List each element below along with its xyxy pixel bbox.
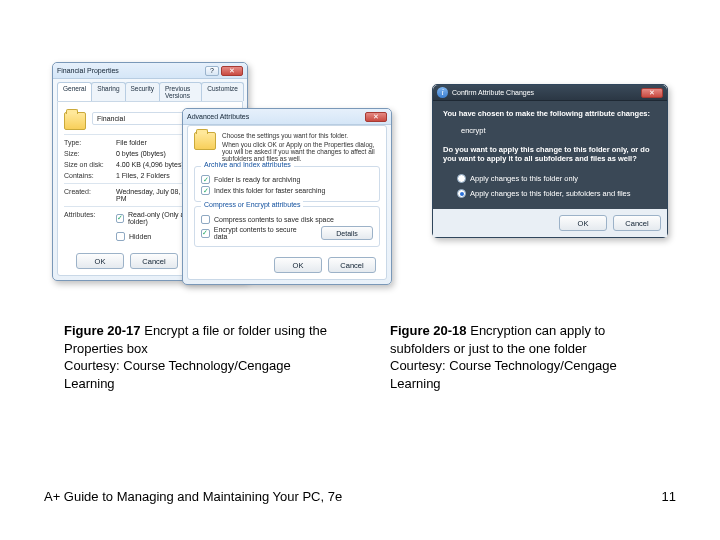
tab-security[interactable]: Security bbox=[125, 82, 160, 101]
attr-label: Attributes: bbox=[64, 211, 110, 218]
caption-18-courtesy: Courtesy: Course Technology/Cengage Lear… bbox=[390, 358, 617, 391]
properties-title: Financial Properties bbox=[57, 67, 119, 74]
compress-label: Compress contents to save disk space bbox=[214, 216, 334, 223]
properties-tabs: General Sharing Security Previous Versio… bbox=[53, 79, 247, 101]
advanced-titlebar[interactable]: Advanced Attributes ✕ bbox=[183, 109, 391, 125]
close-icon[interactable]: ✕ bbox=[641, 88, 663, 98]
confirm-line2: encrypt bbox=[461, 126, 657, 135]
compress-checkbox[interactable] bbox=[201, 215, 210, 224]
advanced-intro2: When you click OK or Apply on the Proper… bbox=[222, 141, 380, 162]
tab-customize[interactable]: Customize bbox=[201, 82, 244, 101]
confirm-line1: You have chosen to make the following at… bbox=[443, 109, 657, 118]
advanced-attributes-dialog: Advanced Attributes ✕ Choose the setting… bbox=[182, 108, 392, 285]
hidden-label: Hidden bbox=[129, 233, 151, 240]
index-label: Index this folder for faster searching bbox=[214, 187, 325, 194]
option-this-folder-label: Apply changes to this folder only bbox=[470, 174, 578, 183]
created-label: Created: bbox=[64, 188, 110, 195]
folder-icon bbox=[194, 132, 216, 150]
confirm-body: You have chosen to make the following at… bbox=[433, 101, 667, 209]
confirm-dialog: i Confirm Attribute Changes ✕ You have c… bbox=[432, 84, 668, 238]
confirm-titlebar[interactable]: i Confirm Attribute Changes ✕ bbox=[433, 85, 667, 101]
archive-checkbox[interactable] bbox=[201, 175, 210, 184]
cancel-button[interactable]: Cancel bbox=[328, 257, 376, 273]
encrypt-label: Encrypt contents to secure data bbox=[214, 226, 309, 240]
index-checkbox[interactable] bbox=[201, 186, 210, 195]
encrypt-group: Compress or Encrypt attributes Compress … bbox=[194, 206, 380, 247]
readonly-checkbox[interactable] bbox=[116, 214, 124, 223]
cancel-button[interactable]: Cancel bbox=[613, 215, 661, 231]
advanced-title: Advanced Attributes bbox=[187, 113, 249, 120]
archive-label: Folder is ready for archiving bbox=[214, 176, 300, 183]
confirm-title: Confirm Attribute Changes bbox=[452, 89, 534, 96]
caption-20-17: Figure 20-17 Encrypt a file or folder us… bbox=[64, 322, 330, 392]
ok-button[interactable]: OK bbox=[76, 253, 124, 269]
tab-sharing[interactable]: Sharing bbox=[91, 82, 125, 101]
help-icon[interactable]: ? bbox=[205, 66, 219, 76]
archive-group: Archive and Index attributes Folder is r… bbox=[194, 166, 380, 202]
encrypt-group-title: Compress or Encrypt attributes bbox=[201, 201, 303, 208]
page-number: 11 bbox=[662, 489, 676, 504]
size-label: Size: bbox=[64, 150, 110, 157]
footer-title: A+ Guide to Managing and Maintaining You… bbox=[44, 489, 342, 504]
confirm-line3: Do you want to apply this change to this… bbox=[443, 145, 657, 163]
info-icon: i bbox=[437, 87, 448, 98]
folder-icon bbox=[64, 112, 86, 130]
ok-button[interactable]: OK bbox=[559, 215, 607, 231]
close-icon[interactable]: ✕ bbox=[365, 112, 387, 122]
option-this-folder[interactable] bbox=[457, 174, 466, 183]
close-icon[interactable]: ✕ bbox=[221, 66, 243, 76]
caption-17-courtesy: Courtesy: Course Technology/Cengage Lear… bbox=[64, 358, 291, 391]
caption-20-18: Figure 20-18 Encryption can apply to sub… bbox=[390, 322, 656, 392]
option-subfolders-label: Apply changes to this folder, subfolders… bbox=[470, 189, 631, 198]
details-button[interactable]: Details bbox=[321, 226, 373, 240]
caption-18-number: Figure 20-18 bbox=[390, 323, 467, 338]
sod-label: Size on disk: bbox=[64, 161, 110, 168]
archive-group-title: Archive and Index attributes bbox=[201, 161, 294, 168]
confirm-footer: OK Cancel bbox=[433, 209, 667, 237]
tab-previous[interactable]: Previous Versions bbox=[159, 82, 202, 101]
type-label: Type: bbox=[64, 139, 110, 146]
option-subfolders[interactable] bbox=[457, 189, 466, 198]
cancel-button[interactable]: Cancel bbox=[130, 253, 178, 269]
advanced-body: Choose the settings you want for this fo… bbox=[187, 125, 387, 280]
properties-titlebar[interactable]: Financial Properties ? ✕ bbox=[53, 63, 247, 79]
ok-button[interactable]: OK bbox=[274, 257, 322, 273]
caption-17-number: Figure 20-17 bbox=[64, 323, 141, 338]
encrypt-checkbox[interactable] bbox=[201, 229, 210, 238]
contains-label: Contains: bbox=[64, 172, 110, 179]
advanced-intro1: Choose the settings you want for this fo… bbox=[222, 132, 380, 139]
hidden-checkbox[interactable] bbox=[116, 232, 125, 241]
tab-general[interactable]: General bbox=[57, 82, 92, 101]
